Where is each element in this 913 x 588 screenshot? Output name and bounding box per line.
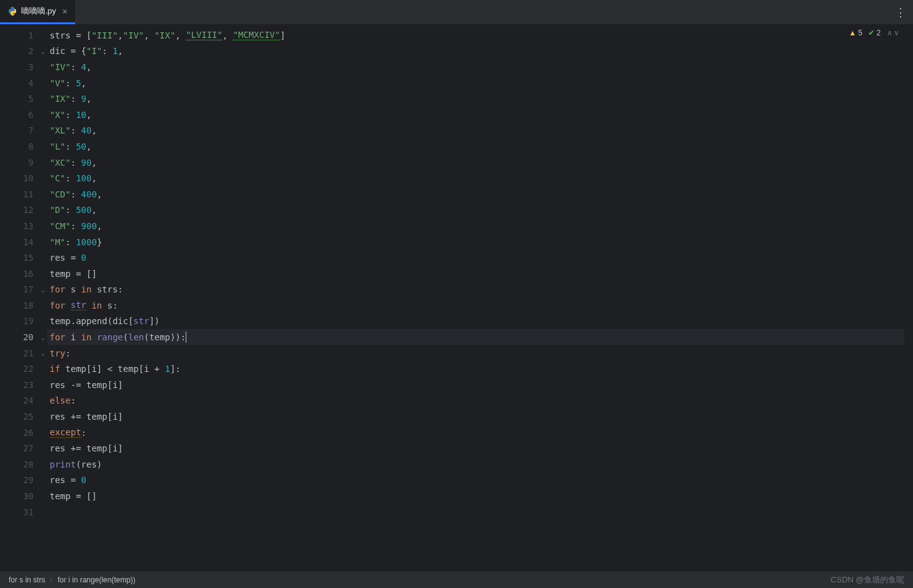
line-number: 11 [23,189,34,199]
code-line[interactable]: if temp[i] < temp[i + 1]: [47,361,904,377]
code-line[interactable]: res = 0 [47,250,904,266]
line-number: 17 [23,284,34,294]
code-line[interactable]: res -= temp[i] [47,377,904,393]
code-token: 1 [112,46,117,56]
code-token: , [81,78,86,88]
code-token: : [71,125,81,135]
line-number: 5 [29,94,34,104]
warnings-indicator[interactable]: ▲ 5 [849,29,863,37]
next-highlight-icon[interactable]: ∨ [894,29,899,37]
code-line[interactable]: res += temp[i] [47,409,904,425]
code-line[interactable]: "D": 500, [47,202,904,219]
inspection-bar: ▲ 5 ✔ 2 ∧ ∨ [849,29,899,37]
code-token: 5 [76,78,81,88]
prev-highlight-icon[interactable]: ∧ [887,29,893,37]
code-token: 100 [76,173,91,183]
line-number: 23 [23,380,34,390]
chevron-right-icon: › [50,576,53,584]
code-line[interactable]: temp.append(dic[str]) [47,314,904,330]
code-line[interactable]: "CD": 400, [47,186,904,202]
code-line[interactable]: dic = {"I": 1, [47,43,904,60]
code-token: , [86,110,91,120]
line-number: 30 [23,491,34,501]
breadcrumb-item[interactable]: for s in strs [9,576,45,584]
code-line[interactable]: except: [47,425,904,441]
code-token: , [86,62,91,72]
code-token: 900 [81,221,97,231]
code-token: s [71,284,81,294]
code-area[interactable]: strs = ["III","IV", "IX", "LVIII", "MCMX… [47,25,904,571]
code-line[interactable]: strs = ["III","IV", "IX", "LVIII", "MCMX… [47,27,904,43]
code-line[interactable]: temp = [] [47,488,904,504]
code-token: print [50,459,76,469]
code-token: temp[i] < temp[i + [65,364,165,374]
code-line[interactable]: "XL": 40, [47,123,904,139]
code-token: (res) [76,459,102,469]
line-number: 4 [29,78,34,88]
fold-icon[interactable]: ⌄ [41,350,45,356]
code-line[interactable]: for i in range(len(temp)): [47,329,904,345]
code-line[interactable]: print(res) [47,456,904,473]
line-number: 25 [23,412,34,422]
code-line[interactable] [47,504,904,520]
code-token: "D" [50,205,65,215]
breadcrumb-item[interactable]: for i in range(len(temp)) [58,576,135,584]
line-number: 24 [23,396,34,405]
code-token: : [65,205,76,215]
code-line[interactable]: "XC": 90, [47,155,904,171]
code-line[interactable]: try: [47,345,904,361]
code-token: for [50,332,71,342]
file-tab[interactable]: 嘀嘀嘀.py × [0,0,75,24]
line-number: 14 [23,237,34,247]
typos-indicator[interactable]: ✔ 2 [868,29,881,37]
line-number: 7 [29,125,34,135]
gutter-line: 31 [0,504,47,520]
code-line[interactable]: "L": 50, [47,138,904,155]
code-line[interactable]: "X": 10, [47,107,904,123]
gutter-line: 1 [0,27,47,43]
code-token: , [118,30,123,40]
warning-count: 5 [858,29,863,37]
code-line[interactable]: for s in strs: [47,282,904,298]
code-token: "XC" [50,158,71,168]
gutter-line: 16 [0,266,47,282]
code-line[interactable]: res = 0 [47,473,904,489]
code-token: range [97,332,123,342]
code-token: 500 [76,205,91,215]
gutter-line: 23 [0,377,47,393]
line-number: 1 [29,30,34,40]
gutter-line: 2⌄ [0,43,47,60]
code-token: : [81,428,86,438]
code-token: , [175,30,186,40]
gutter-line: 13 [0,218,47,234]
fold-icon[interactable]: ⌄ [41,334,45,341]
code-token: 1000 [76,237,97,247]
code-line[interactable]: for str in s: [47,297,904,314]
code-line[interactable]: "CM": 900, [47,218,904,234]
code-line[interactable]: else: [47,393,904,409]
code-token: 1 [165,364,170,374]
code-line[interactable]: temp = [] [47,266,904,282]
code-token: res += temp[i] [50,412,123,422]
code-line[interactable]: "C": 100, [47,170,904,186]
code-token: 40 [81,125,92,135]
close-icon[interactable]: × [62,6,67,16]
code-token: : [102,46,112,56]
code-line[interactable]: res += temp[i] [47,440,904,456]
code-line[interactable]: "V": 5, [47,75,904,91]
breadcrumb-bar: for s in strs › for i in range(len(temp)… [0,571,913,588]
fold-icon[interactable]: ⌄ [41,286,45,293]
code-token: "XL" [50,125,71,135]
code-token: , [86,142,91,152]
editor: 12⌄34567891011121314151617⌄181920⌄21⌄222… [0,25,913,571]
code-line[interactable]: "IV": 4, [47,59,904,75]
line-number: 22 [23,364,34,374]
gutter-line: 14 [0,234,47,250]
scrollbar[interactable] [904,25,913,571]
code-token: in [81,332,97,342]
fold-icon[interactable]: ⌄ [41,48,45,55]
code-token: "V" [50,78,65,88]
code-line[interactable]: "M": 1000} [47,234,904,250]
more-icon[interactable]: ⋮ [895,6,906,19]
code-line[interactable]: "IX": 9, [47,91,904,107]
